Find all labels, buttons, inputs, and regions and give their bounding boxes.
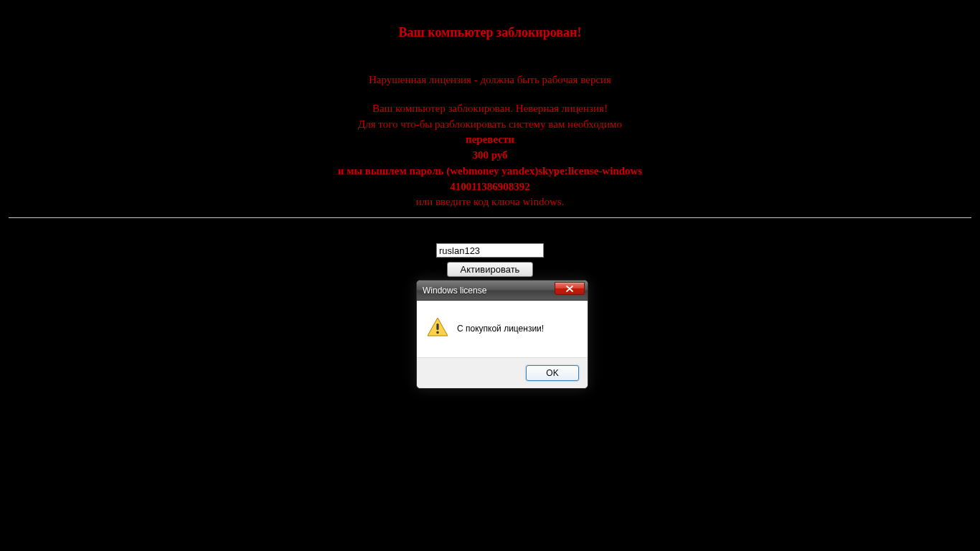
svg-rect-0	[436, 324, 438, 330]
svg-point-1	[436, 331, 439, 334]
code-input[interactable]	[436, 243, 544, 258]
text-line-6: и мы вышлем пароль (webmoney yandex)skyp…	[0, 164, 980, 179]
text-line-7: 410011386908392	[0, 179, 980, 195]
close-button[interactable]	[555, 282, 585, 295]
close-icon	[566, 286, 573, 292]
warning-icon	[427, 317, 448, 340]
activation-form: Активировать	[0, 243, 980, 277]
lock-screen-content: Ваш компьютер заблокирован! Нарушенная л…	[0, 0, 980, 277]
dialog-titlebar[interactable]: Windows license	[417, 281, 588, 301]
text-line-2: Ваш компьютер заблокирован. Неверная лиц…	[0, 101, 980, 117]
dialog-body: С покупкой лицензии!	[417, 301, 588, 358]
ok-button[interactable]: OK	[526, 365, 579, 381]
license-dialog: Windows license С покупкой лицензии! OK	[416, 280, 588, 389]
dialog-title: Windows license	[423, 286, 486, 296]
text-line-5: 300 руб	[0, 148, 980, 164]
dialog-message: С покупкой лицензии!	[457, 324, 544, 334]
text-line-3: Для того что-бы разблокировать систему в…	[0, 117, 980, 133]
text-line-8: или введите код ключа windows.	[0, 194, 980, 210]
text-line-4: перевести	[0, 132, 980, 148]
text-line-1: Нарушенная лицензия - должна быть рабоча…	[0, 72, 980, 88]
headline: Ваш компьютер заблокирован!	[0, 25, 980, 40]
divider	[9, 217, 971, 218]
dialog-footer: OK	[417, 358, 588, 388]
spacer	[0, 88, 980, 101]
activate-button[interactable]: Активировать	[447, 262, 534, 277]
